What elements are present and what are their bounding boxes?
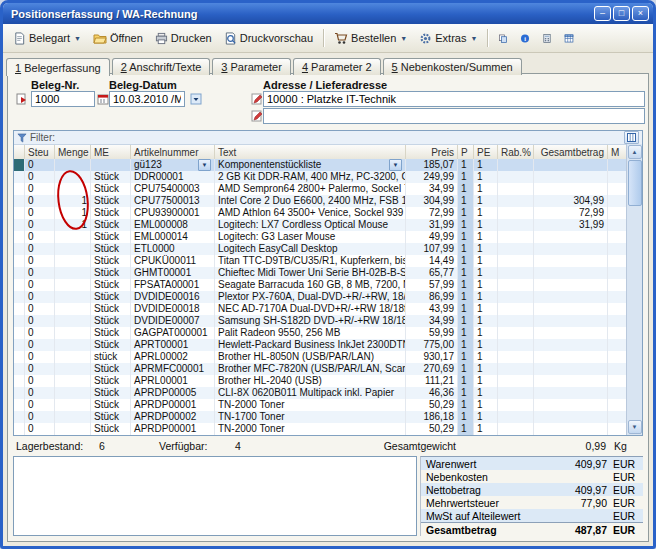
tab-anschrift-texte[interactable]: 2 Anschrift/Texte	[112, 58, 211, 75]
grid-row[interactable]: 0StückGHMT00001Chieftec Midi Tower Uni S…	[14, 267, 626, 279]
totals-row: Warenwert409,97EUR	[421, 457, 643, 470]
calculator-button[interactable]	[536, 27, 558, 49]
cell-text: TN-2000 Toner	[215, 423, 406, 435]
vertical-scrollbar[interactable]: ▲ ▼	[626, 144, 642, 435]
cell-text: Brother MFC-7820N (USB/PAR/LAN, Scannen	[215, 363, 406, 375]
table-button[interactable]	[558, 27, 580, 49]
belegart-button[interactable]: Belegart ▼	[7, 27, 87, 49]
grid-row[interactable]: 0StückAPRDP00005CLI-8X 0620B011 Multipac…	[14, 387, 626, 399]
combo-dropdown-button[interactable]: ▼	[198, 159, 211, 171]
grid-row[interactable]: 0StückAPRMFC00001Brother MFC-7820N (USB/…	[14, 363, 626, 375]
grid-row[interactable]: 01StückCPU77500013Intel Core 2 Duo E6600…	[14, 195, 626, 207]
grid-row[interactable]: 0stückAPRL00002Brother HL-8050N (USB/PAR…	[14, 351, 626, 363]
scroll-down-button[interactable]: ▼	[628, 420, 642, 434]
grid-row[interactable]: 01StückCPU93900001AMD Athlon 64 3500+ Ve…	[14, 207, 626, 219]
adresse-input[interactable]	[263, 91, 645, 107]
grid-header-ind[interactable]	[14, 145, 25, 159]
grid-row[interactable]: 0StückDVDIDE00018NEC AD-7170A Dual-DVD+R…	[14, 303, 626, 315]
cell-artikel: CPU75400003	[131, 183, 215, 195]
cell-menge	[55, 291, 91, 303]
grid-row[interactable]: 0StückCPUKÜ00011Titan TTC-D9TB/CU35/R1, …	[14, 255, 626, 267]
cell-me: Stück	[91, 411, 131, 423]
cell-text: Komponentenstückliste▼	[215, 159, 406, 171]
titlebar[interactable]: Positionserfassung / WA-Rechnung – □ ×	[3, 3, 653, 24]
grid-row[interactable]: 01StückEML000008Logitech: LX7 Cordless O…	[14, 219, 626, 231]
tab-parameter-2[interactable]: 4 Parameter 2	[293, 58, 381, 75]
grid-header-menge[interactable]: Menge	[55, 145, 91, 159]
tab-belegerfassung[interactable]: 1 Belegerfassung	[6, 58, 110, 76]
beleg-datum-input[interactable]	[109, 91, 185, 107]
cell-ind	[14, 399, 25, 411]
oeffnen-button[interactable]: Öffnen	[87, 27, 149, 49]
grid-row[interactable]: 0StückAPRDP00002TN-1700 Toner186,1811	[14, 411, 626, 423]
bestellen-button[interactable]: Bestellen ▼	[328, 27, 413, 49]
cell-pe: 1	[474, 231, 498, 243]
edit-pencil-icon[interactable]	[250, 92, 263, 105]
filter-funnel-icon	[17, 133, 27, 143]
grid-row[interactable]: 0StückAPRDP00001TN-2000 Toner50,2911	[14, 423, 626, 435]
grid-header-preis[interactable]: Preis	[406, 145, 458, 159]
cell-artikel: CPUKÜ00011	[131, 255, 215, 267]
cell-m	[608, 375, 626, 387]
cell-menge	[55, 411, 91, 423]
grid-row[interactable]: 0StückAPRDP00001TN-2000 Toner50,2911	[14, 399, 626, 411]
info-button[interactable]: i	[514, 27, 536, 49]
maximize-button[interactable]: □	[613, 6, 630, 21]
grid-row[interactable]: 0StückDDR000012 GB Kit DDR-RAM, 400 MHz,…	[14, 171, 626, 183]
cell-ind	[14, 327, 25, 339]
beleg-nr-input[interactable]	[31, 91, 95, 107]
cell-preis: 49,99	[406, 231, 458, 243]
grid-header-text[interactable]: Text	[215, 145, 406, 159]
grid-row[interactable]: 0StückAPRL00001Brother HL-2040 (USB)111,…	[14, 375, 626, 387]
grid-row[interactable]: 0StückDVDIDE00007Samsung SH-S182D DVD-+R…	[14, 315, 626, 327]
cell-preis: 270,69	[406, 363, 458, 375]
grid-row[interactable]: 0gü123▼Komponentenstückliste▼185,0711	[14, 159, 626, 171]
grid-header-m[interactable]: M	[608, 145, 626, 159]
grid-header-pe[interactable]: PE	[474, 145, 498, 159]
toolbar-separator	[487, 29, 488, 47]
combo-dropdown-button[interactable]: ▼	[389, 159, 402, 171]
grid-header-gesamt[interactable]: Gesamtbetrag	[534, 145, 608, 159]
positionstext-area[interactable]	[13, 456, 417, 536]
cell-pe: 1	[474, 183, 498, 195]
drucken-button[interactable]: Drucken	[149, 27, 218, 49]
cell-menge	[55, 183, 91, 195]
grid-row[interactable]: 0StückETL0000Logitech EasyCall Desktop10…	[14, 243, 626, 255]
edit-pencil-icon[interactable]	[250, 109, 263, 122]
grid-row[interactable]: 0StückGAGPAT000001Palit Radeon 9550, 256…	[14, 327, 626, 339]
scroll-thumb[interactable]	[628, 160, 642, 206]
lookup-icon[interactable]	[15, 92, 28, 105]
close-button[interactable]: ×	[632, 6, 649, 21]
grid-header-me[interactable]: ME	[91, 145, 131, 159]
grid-row[interactable]: 0StückCPU75400003AMD Sempron64 2800+ Pal…	[14, 183, 626, 195]
cell-m	[608, 315, 626, 327]
druckvorschau-button[interactable]: Druckvorschau	[218, 27, 319, 49]
cell-text: Brother HL-8050N (USB/PAR/LAN)	[215, 351, 406, 363]
cell-menge	[55, 303, 91, 315]
scroll-up-button[interactable]: ▲	[628, 145, 642, 159]
grid-row[interactable]: 0StückDVDIDE00016Plextor PX-760A, Dual-D…	[14, 291, 626, 303]
lieferadresse-input[interactable]	[263, 108, 645, 124]
grid-row[interactable]: 0StückEML000014Logitech: G3 Laser Mouse4…	[14, 231, 626, 243]
grid-header-p[interactable]: P	[458, 145, 474, 159]
grid-row[interactable]: 0StückFPSATA00001Seagate Barracuda 160 G…	[14, 279, 626, 291]
date-picker-button[interactable]	[189, 92, 202, 105]
extras-button[interactable]: Extras ▼	[413, 27, 483, 49]
totals-value: 77,90	[551, 497, 607, 509]
column-chooser-button[interactable]	[624, 131, 639, 144]
minimize-button[interactable]: –	[594, 6, 611, 21]
cell-menge: 1	[55, 195, 91, 207]
tab-parameter[interactable]: 3 Parameter	[212, 58, 291, 75]
cell-pe: 1	[474, 327, 498, 339]
grid-header-artikel[interactable]: Artikelnummer	[131, 145, 215, 159]
grid-row[interactable]: 0StückAPRT00001Hewlett-Packard Business …	[14, 339, 626, 351]
cell-text: NEC AD-7170A Dual-DVD+R/-+RW 18/18fac	[215, 303, 406, 315]
grid-header-rab[interactable]: Rab.%	[498, 145, 534, 159]
filter-row[interactable]: Filter:	[14, 131, 642, 145]
cell-rab	[498, 303, 534, 315]
copy-button[interactable]	[492, 27, 514, 49]
cell-pe: 1	[474, 399, 498, 411]
grid-header-steu[interactable]: Steu	[25, 145, 55, 159]
tab-nebenkosten-summen[interactable]: 5 Nebenkosten/Summen	[383, 58, 522, 75]
calendar-icon[interactable]	[96, 92, 109, 105]
